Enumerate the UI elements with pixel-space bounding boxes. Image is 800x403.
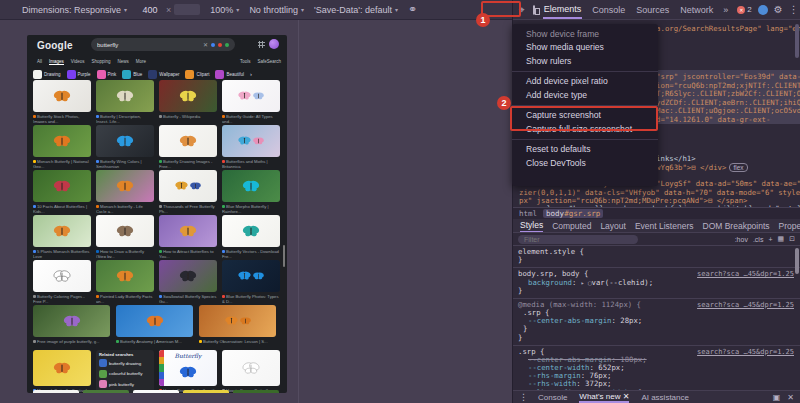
image-result[interactable] [159,215,217,247]
image-result[interactable] [222,170,280,202]
result-caption[interactable]: Monarch butterfly - Life Cycle a... [96,204,154,213]
lens-icon[interactable] [218,43,222,47]
menu-item-show-device-frame[interactable]: Show device frame [512,27,658,41]
width-input[interactable] [137,4,163,16]
result-caption[interactable]: Butterfly Coloring Pages - Free P... [33,294,91,303]
drawer-close-icon[interactable]: ✕ [787,393,794,402]
tab-elements[interactable]: Elements [543,1,583,19]
result-caption[interactable]: Thousands of Free Butterfly Ph... [159,204,217,213]
chip-wallpaper[interactable]: Wallpaper [148,70,179,79]
stylesheet-link[interactable]: search?sca_…45&dpr=1.25 [697,302,794,310]
image-result[interactable] [33,215,91,247]
link-icon[interactable]: ⚭ [408,3,417,16]
related-search-item[interactable]: colourful butterfly [99,370,151,378]
image-result[interactable] [96,170,154,202]
breadcrumb-selected[interactable]: body#gsr.srp [543,209,603,218]
result-caption[interactable]: Butterfly Vectors - Download Fre... [222,249,280,258]
avatar[interactable] [269,39,279,49]
result-caption[interactable]: Butterfly - Wikipedia [159,114,217,123]
apps-grid-icon[interactable] [258,41,265,48]
result-caption[interactable]: 10 Facts About Butterflies | Kids... [33,204,91,213]
clear-icon[interactable]: ✕ [203,42,208,48]
kebab-menu-icon[interactable]: ⋮ [789,5,799,15]
drawer-tab-what-s-new[interactable]: What's new ✕ [579,391,629,403]
result-caption[interactable]: Butterfly Anatomy | American M... [116,339,193,348]
drawer-tab-ai-assistance[interactable]: AI assistance [641,393,689,402]
image-result[interactable] [96,215,154,247]
image-result[interactable] [199,305,276,337]
result-caption[interactable]: How to Draw a Butterfly (Step by... [96,249,154,258]
result-caption[interactable]: Free image of purple butterfly, g... [33,339,110,348]
class-button[interactable]: .cls [753,236,764,243]
chip-pink[interactable]: Pink [97,70,117,79]
menu-item-reset-to-defaults[interactable]: Reset to defaults [512,143,658,157]
image-result[interactable] [222,215,280,247]
result-caption[interactable]: Butterfly Observation: Lesson | S... [199,339,276,348]
result-caption[interactable]: Swallowtail Butterfly Species Gu... [159,294,217,303]
tab-sources[interactable]: Sources [635,2,670,18]
result-caption[interactable]: Butterfly Drawing Images - Free... [159,159,217,168]
chip-purple[interactable]: Purple [67,70,91,79]
result-caption[interactable]: Butterfly Stock Photos, Images and... [33,114,91,123]
image-result[interactable] [33,390,79,393]
styles-tab-styles[interactable]: Styles [520,219,543,233]
css-property[interactable]: background: ▸ ▢var(--clehid); [518,279,795,287]
results-tab-images[interactable]: Images [49,59,64,65]
result-caption[interactable]: Blue Butterfly Photos: Types & D... [222,294,280,303]
result-caption[interactable]: Painted Lady Butterfly Facts an... [96,294,154,303]
stylesheet-link[interactable]: search?sca_…45&dpr=1.25 [697,271,794,279]
image-result[interactable] [33,170,91,202]
image-result[interactable] [183,390,229,393]
stylesheet-link[interactable]: search?sca_…45&dpr=1.25 [697,349,794,357]
zoom-select[interactable]: 100% ▾ [210,5,239,15]
gear-icon[interactable]: ⚙ [774,5,783,15]
image-result[interactable] [96,260,154,292]
menu-item-close-devtools[interactable]: Close DevTools [512,156,658,170]
page-scrollbar[interactable] [283,245,285,267]
image-result[interactable] [33,350,91,386]
image-result[interactable] [116,305,193,337]
results-tool-safesearch[interactable]: SafeSearch [257,59,281,64]
styles-tab-event-listeners[interactable]: Event Listeners [635,221,694,231]
chip-clipart[interactable]: Clipart [185,70,209,79]
image-result[interactable] [222,80,280,112]
results-tool-tools[interactable]: Tools [240,59,251,64]
chips-scroll-arrow[interactable]: › [250,71,252,77]
device-toolbar-icon[interactable] [533,5,535,15]
results-tab-shopping[interactable]: Shopping [91,59,110,64]
related-search-item[interactable]: butterfly drawing [99,359,151,367]
chip-beautiful[interactable]: Beautiful [215,70,244,79]
chip-blue[interactable]: Blue [122,70,142,79]
chip-drawing[interactable]: Drawing [33,70,61,79]
image-result[interactable] [33,260,91,292]
menu-item-add-device-type[interactable]: Add device type [512,88,658,102]
elements-scrollbar[interactable] [795,24,799,58]
tab-network[interactable]: Network [679,2,714,18]
drawer-tab-console[interactable]: Console [538,393,567,402]
dimensions-select[interactable]: Dimensions: Responsive ▾ [22,5,127,15]
image-result[interactable] [96,80,154,112]
menu-item-show-rulers[interactable]: Show rulers [512,54,658,68]
image-result[interactable] [222,125,280,157]
image-result[interactable] [83,390,129,393]
results-tab-more[interactable]: More [136,59,146,64]
styles-tab-layout[interactable]: Layout [600,221,626,231]
image-result[interactable] [159,125,217,157]
dock-icon[interactable]: ▣ [773,393,781,402]
image-result[interactable] [133,390,179,393]
computed-icon[interactable]: ⊡ [789,235,795,243]
image-result[interactable] [159,260,217,292]
styles-tab-dom-breakpoints[interactable]: DOM Breakpoints [703,221,770,231]
image-result[interactable]: Butterfly [159,350,217,386]
styles-tab-properties[interactable]: Properties [779,221,800,231]
flex-badge[interactable]: flex [729,163,747,172]
menu-item-add-device-pixel-ratio[interactable]: Add device pixel ratio [512,75,658,89]
search-input[interactable] [97,42,200,48]
styles-tab-computed[interactable]: Computed [552,221,591,231]
css-property[interactable]: --center-abs-margin: 28px; [518,317,795,325]
results-tab-all[interactable]: All [37,59,42,64]
result-caption[interactable]: 5 Plants Monarch Butterflies Love [33,249,91,258]
profile-icon[interactable] [758,5,768,15]
image-result[interactable] [33,80,91,112]
image-result[interactable] [96,125,154,157]
